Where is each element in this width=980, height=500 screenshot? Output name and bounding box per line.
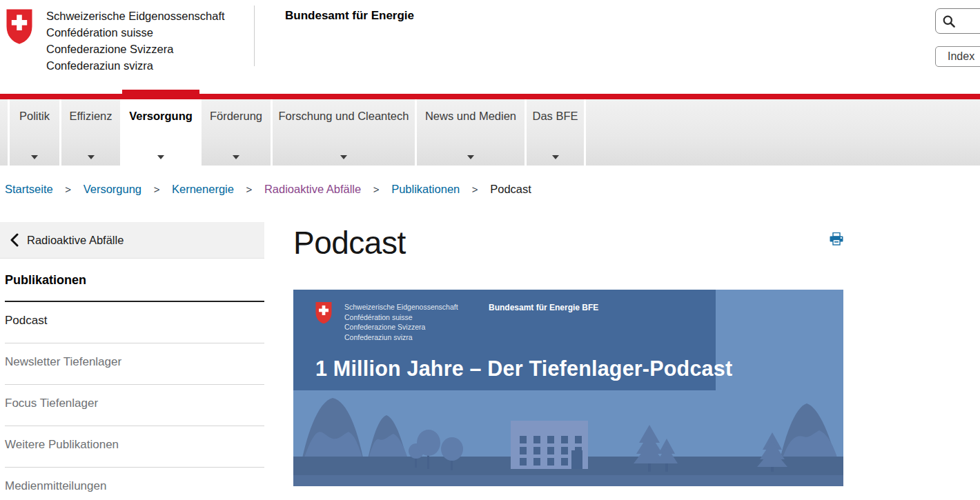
chevron-down-icon (233, 155, 239, 159)
federal-language-line: Schweizerische Eidgenossenschaft (46, 8, 225, 24)
banner-language-line: Confederazione Svizzera (344, 322, 458, 332)
breadcrumb-separator: > (154, 183, 160, 195)
sidebar-item-weitere-publikationen[interactable]: Weitere Publikationen (5, 426, 264, 468)
sidebar-section-title: Publikationen (5, 273, 264, 302)
sidebar-back-label: Radioaktive Abfälle (27, 234, 124, 247)
search-input[interactable] (960, 15, 980, 27)
sidebar-item-focus-tiefenlager[interactable]: Focus Tiefenlager (5, 385, 264, 426)
sidebar-item-medienmitteilungen[interactable]: Medienmitteilungen (5, 468, 264, 500)
chevron-down-icon (88, 155, 95, 159)
header-divider (254, 6, 255, 66)
chevron-down-icon (340, 155, 347, 159)
main-nav: Politik Effizienz Versorgung Förderung F… (0, 99, 980, 166)
breadcrumb-publikationen[interactable]: Publikationen (391, 183, 460, 195)
federal-languages: Schweizerische Eidgenossenschaft Confédé… (46, 8, 225, 74)
index-button[interactable]: Index (935, 46, 980, 67)
sidebar-list: Podcast Newsletter Tiefenlager Focus Tie… (5, 302, 264, 500)
breadcrumb-separator: > (246, 183, 253, 195)
page-title: Podcast (293, 226, 843, 259)
chevron-left-icon (10, 233, 19, 247)
tab-effizienz[interactable]: Effizienz (61, 99, 120, 166)
sidebar-back-link[interactable]: Radioaktive Abfälle (0, 222, 264, 259)
banner-language-line: Schweizerische Eidgenossenschaft (344, 302, 458, 312)
tab-das-bfe[interactable]: Das BFE (527, 99, 584, 166)
page: Schweizerische Eidgenossenschaft Confédé… (0, 0, 980, 500)
federal-language-line: Confederazione Svizzera (46, 41, 225, 57)
search-icon (942, 14, 956, 28)
sidebar-item-podcast[interactable]: Podcast (5, 302, 264, 343)
breadcrumb-separator: > (373, 183, 380, 195)
chevron-down-icon (467, 155, 474, 159)
breadcrumb-versorgung[interactable]: Versorgung (84, 183, 141, 195)
breadcrumb-separator: > (472, 183, 478, 195)
nav-filler (586, 99, 980, 166)
banner-federal-brand: Schweizerische Eidgenossenschaft Confédé… (315, 301, 458, 342)
federal-language-line: Confederaziun svizra (46, 57, 225, 74)
search-box[interactable] (935, 8, 980, 34)
breadcrumb-kernenergie[interactable]: Kernenergie (172, 183, 234, 195)
podcast-banner[interactable]: Schweizerische Eidgenossenschaft Confédé… (293, 290, 843, 486)
breadcrumb-radioaktive-abfaelle[interactable]: Radioaktive Abfälle (264, 183, 361, 195)
content: Radioaktive Abfälle Publikationen Podcas… (0, 222, 980, 500)
tab-politik[interactable]: Politik (10, 99, 59, 166)
tab-versorgung[interactable]: Versorgung (122, 99, 199, 166)
chevron-down-icon (552, 155, 559, 159)
sidebar-item-newsletter-tiefenlager[interactable]: Newsletter Tiefenlager (5, 343, 264, 385)
chevron-down-icon (31, 155, 38, 159)
nav-edge (0, 99, 8, 166)
banner-language-line: Confédération suisse (344, 312, 458, 323)
banner-office-name: Bundesamt für Energie BFE (489, 303, 598, 312)
site-header: Schweizerische Eidgenossenschaft Confédé… (0, 0, 980, 94)
breadcrumb-current-podcast: Podcast (490, 183, 531, 195)
federal-language-line: Confédération suisse (46, 24, 225, 41)
tab-foerderung[interactable]: Förderung (202, 99, 271, 166)
print-icon[interactable] (830, 232, 843, 246)
banner-title: 1 Million Jahre – Der Tiefenlager-Podcas… (315, 357, 732, 381)
banner-federal-languages: Schweizerische Eidgenossenschaft Confédé… (344, 302, 458, 342)
tab-news-und-medien[interactable]: News und Medien (417, 99, 525, 166)
breadcrumb-separator: > (65, 183, 71, 195)
site-title: Bundesamt für Energie (285, 9, 414, 23)
tab-forschung-und-cleantech[interactable]: Forschung und Cleantech (273, 99, 415, 166)
main-content: Podcast (293, 222, 843, 500)
chevron-down-icon (157, 155, 164, 159)
breadcrumb-startseite[interactable]: Startseite (5, 183, 53, 195)
swiss-coat-of-arms (6, 8, 33, 48)
banner-language-line: Confederaziun svizra (344, 332, 458, 343)
breadcrumb: Startseite > Versorgung > Kernenergie > … (0, 166, 980, 196)
swiss-coat-of-arms-small (315, 301, 333, 324)
sidebar: Radioaktive Abfälle Publikationen Podcas… (0, 222, 264, 500)
